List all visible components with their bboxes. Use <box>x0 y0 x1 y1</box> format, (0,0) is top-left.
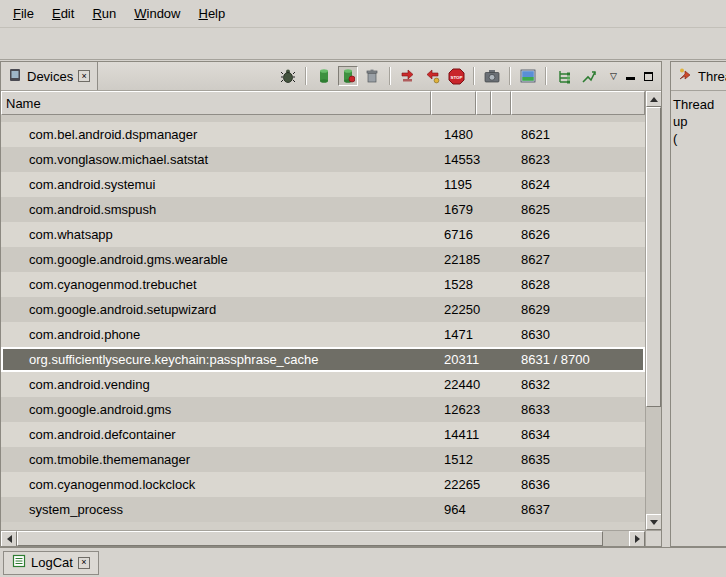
tab-threads[interactable]: Threads <box>671 62 726 90</box>
row-port-cell: 8635 <box>511 452 645 467</box>
svg-text:STOP: STOP <box>450 74 462 79</box>
row-name-cell: com.cyanogenmod.lockclock <box>1 477 431 492</box>
table-row[interactable]: com.android.phone 1471 8630 <box>1 322 645 347</box>
row-pid-cell: 1528 <box>431 277 476 292</box>
table-row[interactable]: com.tmobile.thememanager 1512 8635 <box>1 447 645 472</box>
update-heap-icon[interactable] <box>314 66 334 86</box>
row-port-cell: 8630 <box>511 327 645 342</box>
horizontal-scroll-thumb[interactable] <box>17 531 603 546</box>
screen-capture-icon[interactable] <box>482 66 502 86</box>
threads-view-header: Threads <box>671 62 726 91</box>
table-row[interactable]: com.cyanogenmod.trebuchet 1528 8628 <box>1 272 645 297</box>
method-profiling-icon[interactable] <box>422 66 442 86</box>
row-pid-cell: 1679 <box>431 202 476 217</box>
partial-row <box>1 115 645 122</box>
menu-run[interactable]: Run <box>83 3 125 24</box>
scroll-left-button[interactable] <box>1 531 17 547</box>
row-port-cell: 8627 <box>511 252 645 267</box>
report-icon[interactable] <box>518 66 538 86</box>
row-port-cell: 8624 <box>511 177 645 192</box>
row-port-cell: 8629 <box>511 302 645 317</box>
table-row[interactable]: com.bel.android.dspmanager 1480 8621 <box>1 122 645 147</box>
row-port-cell: 8621 <box>511 127 645 142</box>
maximize-icon[interactable] <box>644 72 653 81</box>
view-menu-icon[interactable]: ▽ <box>610 72 617 81</box>
column-header-blank[interactable] <box>491 91 511 115</box>
row-name-cell: com.android.systemui <box>1 177 431 192</box>
table-row[interactable]: com.android.systemui 1195 8624 <box>1 172 645 197</box>
row-port-cell: 8633 <box>511 402 645 417</box>
row-name-cell: com.android.phone <box>1 327 431 342</box>
row-name-cell: com.google.android.gms <box>1 402 431 417</box>
main-area: Devices × <box>0 61 726 547</box>
horizontal-scrollbar[interactable] <box>1 530 661 546</box>
panel-sash[interactable] <box>662 61 670 547</box>
row-pid-cell: 14553 <box>431 152 476 167</box>
row-name-cell: com.vonglasow.michael.satstat <box>1 152 431 167</box>
tab-devices[interactable]: Devices × <box>1 62 98 90</box>
left-arrow-icon <box>7 535 12 543</box>
row-port-cell: 8631 / 8700 <box>511 352 645 367</box>
toolbar-separator <box>545 67 547 85</box>
menu-help[interactable]: Help <box>189 3 234 24</box>
table-row[interactable]: com.android.defcontainer 14411 8634 <box>1 422 645 447</box>
row-pid-cell: 1195 <box>431 177 476 192</box>
dump-hprof-icon[interactable] <box>338 66 358 86</box>
horizontal-scroll-track[interactable] <box>603 531 629 546</box>
row-name-cell: org.sufficientlysecure.keychain:passphra… <box>1 352 431 367</box>
menu-edit[interactable]: Edit <box>43 3 83 24</box>
row-pid-cell: 6716 <box>431 227 476 242</box>
cause-gc-icon[interactable] <box>362 66 382 86</box>
table-row[interactable]: com.whatsapp 6716 8626 <box>1 222 645 247</box>
table-row[interactable]: com.android.vending 22440 8632 <box>1 372 645 397</box>
threads-message-line1: Thread up <box>673 96 724 130</box>
table-row[interactable]: com.google.android.gms.wearable 22185 86… <box>1 247 645 272</box>
table-row[interactable]: com.google.android.setupwizard 22250 862… <box>1 297 645 322</box>
vertical-scrollbar[interactable] <box>645 91 661 530</box>
column-header-name[interactable]: Name <box>1 91 431 115</box>
table-row[interactable]: system_process 964 8637 <box>1 497 645 522</box>
threads-message: Thread up ( <box>671 91 726 152</box>
up-arrow-icon <box>650 97 658 102</box>
scroll-down-button[interactable] <box>646 514 661 530</box>
column-header-pid[interactable] <box>431 91 476 115</box>
row-port-cell: 8623 <box>511 152 645 167</box>
tab-devices-label: Devices <box>27 69 73 84</box>
row-name-cell: com.android.defcontainer <box>1 427 431 442</box>
row-port-cell: 8625 <box>511 202 645 217</box>
threads-panel: Threads Thread up ( <box>670 61 726 547</box>
tab-threads-label: Threads <box>698 69 726 84</box>
update-threads-icon[interactable] <box>398 66 418 86</box>
row-pid-cell: 964 <box>431 502 476 517</box>
table-row[interactable]: com.vonglasow.michael.satstat 14553 8623 <box>1 147 645 172</box>
close-devices-tab-icon[interactable]: × <box>78 70 90 82</box>
stop-process-icon[interactable]: STOP <box>446 66 466 86</box>
scroll-up-button[interactable] <box>646 91 661 107</box>
table-row[interactable]: com.google.android.gms 12623 8633 <box>1 397 645 422</box>
menu-file[interactable]: File <box>4 3 43 24</box>
row-name-cell: com.android.vending <box>1 377 431 392</box>
menu-window[interactable]: Window <box>125 3 189 24</box>
close-logcat-tab-icon[interactable]: × <box>78 557 90 569</box>
devices-view-controls: ▽ <box>602 62 661 90</box>
row-pid-cell: 12623 <box>431 402 476 417</box>
table-row[interactable]: com.cyanogenmod.lockclock 22265 8636 <box>1 472 645 497</box>
scroll-right-button[interactable] <box>629 531 645 547</box>
row-name-cell: com.cyanogenmod.trebuchet <box>1 277 431 292</box>
threads-icon <box>678 67 693 85</box>
vertical-scroll-thumb[interactable] <box>646 107 661 407</box>
tab-logcat[interactable]: LogCat × <box>3 551 99 575</box>
hierarchy-view-icon[interactable] <box>554 66 574 86</box>
column-header-port[interactable] <box>511 91 645 115</box>
capture-systrace-icon[interactable] <box>578 66 598 86</box>
table-row[interactable]: com.android.smspush 1679 8625 <box>1 197 645 222</box>
column-header-blank[interactable] <box>476 91 491 115</box>
minimize-icon[interactable] <box>626 73 635 80</box>
row-name-cell: com.tmobile.thememanager <box>1 452 431 467</box>
ddms-window: File Edit Run Window Help Devices × <box>0 0 726 577</box>
toolbar-separator <box>473 67 475 85</box>
debug-process-icon[interactable] <box>278 66 298 86</box>
row-port-cell: 8634 <box>511 427 645 442</box>
table-row[interactable]: org.sufficientlysecure.keychain:passphra… <box>1 347 645 372</box>
row-name-cell: system_process <box>1 502 431 517</box>
